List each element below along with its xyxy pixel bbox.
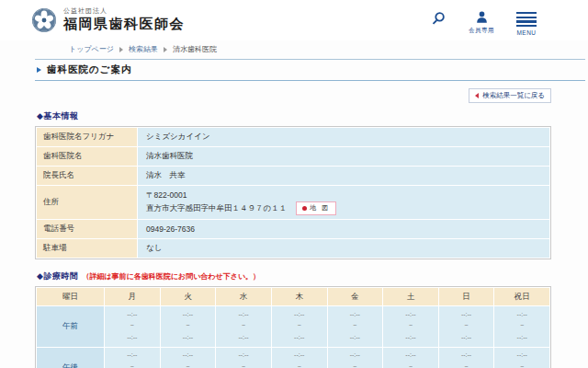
breadcrumb: トップページ 検索結果 清水歯科医院 bbox=[0, 40, 588, 59]
time-value: --:-- bbox=[439, 309, 494, 321]
org-type: 公益社団法人 bbox=[63, 6, 185, 16]
breadcrumb-results-link[interactable]: 検索結果 bbox=[129, 44, 158, 54]
time-value: --:-- bbox=[439, 332, 494, 344]
postal-code: 〒822-0001 bbox=[146, 190, 546, 201]
basic-info-table: 歯科医院名フリガナ シミズシカイイン 歯科医院名 清水歯科医院 院長氏名 清水 … bbox=[35, 126, 551, 259]
row-value: シミズシカイイン bbox=[138, 128, 550, 147]
period-label: 午前 bbox=[37, 306, 105, 348]
time-cell: --:--~--:-- bbox=[327, 347, 383, 368]
time-separator: ~ bbox=[383, 320, 438, 332]
breadcrumb-current: 清水歯科医院 bbox=[173, 44, 217, 54]
time-value: --:-- bbox=[105, 332, 160, 344]
hours-note: （詳細は事前に各歯科医院にお問い合わせ下さい。） bbox=[82, 272, 260, 281]
period-label: 午後 bbox=[37, 347, 105, 368]
time-separator: ~ bbox=[216, 362, 271, 368]
address-text: 直方市大字感田字中牟田１４９７の１１ bbox=[146, 203, 287, 213]
day-header: 祝日 bbox=[494, 288, 550, 306]
menu-label: MENU bbox=[516, 29, 536, 36]
menu-button[interactable]: MENU bbox=[516, 10, 537, 36]
row-value: なし bbox=[138, 239, 550, 259]
time-separator: ~ bbox=[439, 320, 494, 332]
basic-info-title: ◆基本情報 bbox=[37, 110, 588, 122]
day-header: 水 bbox=[216, 288, 272, 306]
time-value: --:-- bbox=[328, 309, 383, 321]
table-row: 歯科医院名フリガナ シミズシカイイン bbox=[37, 128, 550, 147]
time-cell: --:--~--:-- bbox=[216, 306, 272, 348]
time-separator: ~ bbox=[328, 362, 383, 368]
time-cell: --:--~--:-- bbox=[271, 347, 327, 368]
time-separator: ~ bbox=[272, 362, 327, 368]
time-separator: ~ bbox=[161, 362, 216, 368]
back-row: 検索結果一覧に戻る bbox=[35, 86, 551, 100]
map-button[interactable]: 地 図 bbox=[296, 201, 336, 215]
time-cell: --:--~--:-- bbox=[383, 306, 439, 348]
map-marker-icon bbox=[302, 206, 307, 211]
hours-title-text: ◆診療時間 bbox=[37, 271, 78, 281]
map-button-label: 地 図 bbox=[310, 203, 330, 213]
time-value: --:-- bbox=[105, 350, 160, 362]
time-cell: --:--~--:-- bbox=[160, 347, 216, 368]
search-icon bbox=[431, 10, 447, 26]
day-header: 日 bbox=[438, 288, 494, 306]
time-value: --:-- bbox=[161, 350, 216, 362]
association-logo-icon bbox=[31, 7, 57, 33]
time-separator: ~ bbox=[161, 320, 216, 332]
time-value: --:-- bbox=[216, 309, 271, 321]
time-separator: ~ bbox=[494, 362, 549, 368]
title-arrow-icon bbox=[37, 67, 41, 73]
hours-header-row: 曜日 月火水木金土日祝日 bbox=[37, 288, 550, 306]
time-separator: ~ bbox=[328, 320, 383, 332]
page-title: 歯科医院のご案内 bbox=[47, 63, 132, 76]
time-cell: --:--~--:-- bbox=[494, 306, 550, 348]
day-header: 火 bbox=[160, 288, 216, 306]
person-icon bbox=[475, 10, 489, 24]
time-value: --:-- bbox=[494, 350, 549, 362]
day-header: 土 bbox=[383, 288, 439, 306]
time-cell: --:--~--:-- bbox=[438, 347, 494, 368]
time-cell: --:--~--:-- bbox=[327, 306, 383, 348]
breadcrumb-separator-icon bbox=[164, 47, 167, 52]
time-separator: ~ bbox=[105, 320, 160, 332]
time-separator: ~ bbox=[216, 320, 271, 332]
day-header: 木 bbox=[271, 288, 327, 306]
time-value: --:-- bbox=[494, 309, 549, 321]
breadcrumb-home-link[interactable]: トップページ bbox=[69, 44, 114, 54]
table-row: 駐車場 なし bbox=[37, 239, 550, 259]
brand-text: 公益社団法人 福岡県歯科医師会 bbox=[63, 6, 185, 33]
hours-row: 午前--:--~--:----:--~--:----:--~--:----:--… bbox=[37, 306, 550, 348]
breadcrumb-separator-icon bbox=[119, 47, 123, 52]
search-button[interactable] bbox=[431, 10, 447, 36]
time-cell: --:--~--:-- bbox=[438, 306, 494, 348]
row-label: 院長氏名 bbox=[37, 167, 138, 186]
time-cell: --:--~--:-- bbox=[105, 347, 161, 368]
time-value: --:-- bbox=[272, 332, 327, 344]
address-line: 直方市大字感田字中牟田１４９７の１１地 図 bbox=[146, 201, 546, 215]
time-separator: ~ bbox=[105, 362, 160, 368]
table-row: 電話番号 0949-26-7636 bbox=[37, 220, 550, 239]
table-row-address: 住所 〒822-0001 直方市大字感田字中牟田１４９７の１１地 図 bbox=[37, 186, 550, 220]
back-to-results-label: 検索結果一覧に戻る bbox=[482, 91, 545, 100]
hours-row: 午後--:--~--:----:--~--:----:--~--:----:--… bbox=[37, 347, 550, 368]
hamburger-icon bbox=[516, 10, 537, 27]
row-label: 歯科医院名フリガナ bbox=[37, 128, 138, 147]
page-title-bar: 歯科医院のご案内 bbox=[35, 60, 585, 81]
hours-table: 曜日 月火水木金土日祝日 午前--:--~--:----:--~--:----:… bbox=[35, 286, 551, 368]
time-value: --:-- bbox=[494, 332, 549, 344]
time-value: --:-- bbox=[328, 350, 383, 362]
day-header: 月 bbox=[105, 288, 161, 306]
row-value: 0949-26-7636 bbox=[138, 220, 550, 239]
address-value: 〒822-0001 直方市大字感田字中牟田１４９７の１１地 図 bbox=[138, 186, 550, 220]
row-label: 電話番号 bbox=[37, 220, 138, 239]
time-cell: --:--~--:-- bbox=[160, 306, 216, 348]
back-to-results-button[interactable]: 検索結果一覧に戻る bbox=[469, 88, 551, 103]
time-value: --:-- bbox=[383, 309, 438, 321]
row-label: 歯科医院名 bbox=[37, 147, 138, 167]
time-value: --:-- bbox=[439, 350, 494, 362]
time-value: --:-- bbox=[161, 309, 216, 321]
day-column-header: 曜日 bbox=[37, 288, 105, 306]
time-value: --:-- bbox=[216, 332, 271, 344]
member-area-button[interactable]: 会員専用 bbox=[469, 10, 494, 36]
time-value: --:-- bbox=[272, 309, 327, 321]
brand[interactable]: 公益社団法人 福岡県歯科医師会 bbox=[31, 6, 185, 33]
time-value: --:-- bbox=[272, 350, 327, 362]
